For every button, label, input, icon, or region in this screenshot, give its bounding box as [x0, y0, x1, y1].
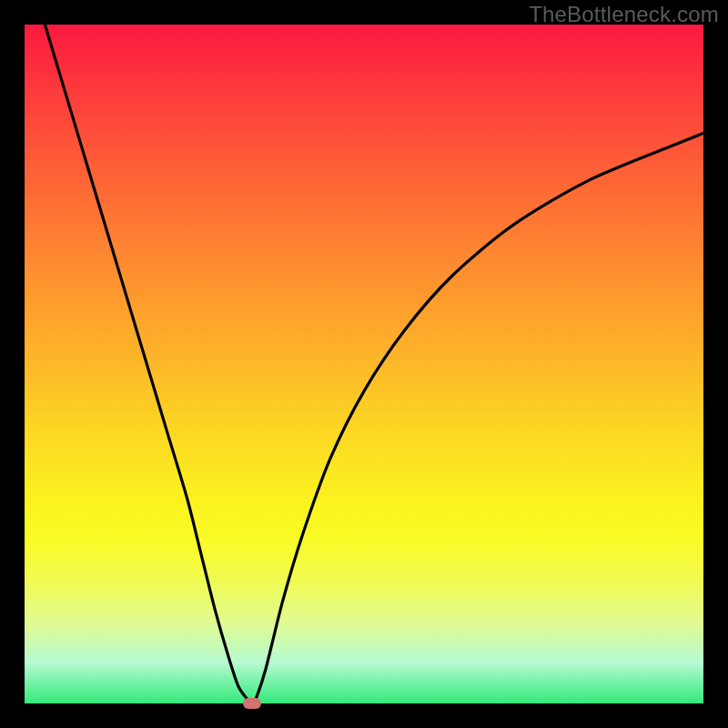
watermark-text: TheBottleneck.com: [529, 2, 719, 27]
plot-area: [25, 25, 703, 703]
chart-frame: TheBottleneck.com: [0, 0, 728, 728]
bottleneck-curve: [45, 25, 703, 703]
curve-min-marker: [243, 698, 261, 709]
curve-svg: [25, 25, 703, 703]
